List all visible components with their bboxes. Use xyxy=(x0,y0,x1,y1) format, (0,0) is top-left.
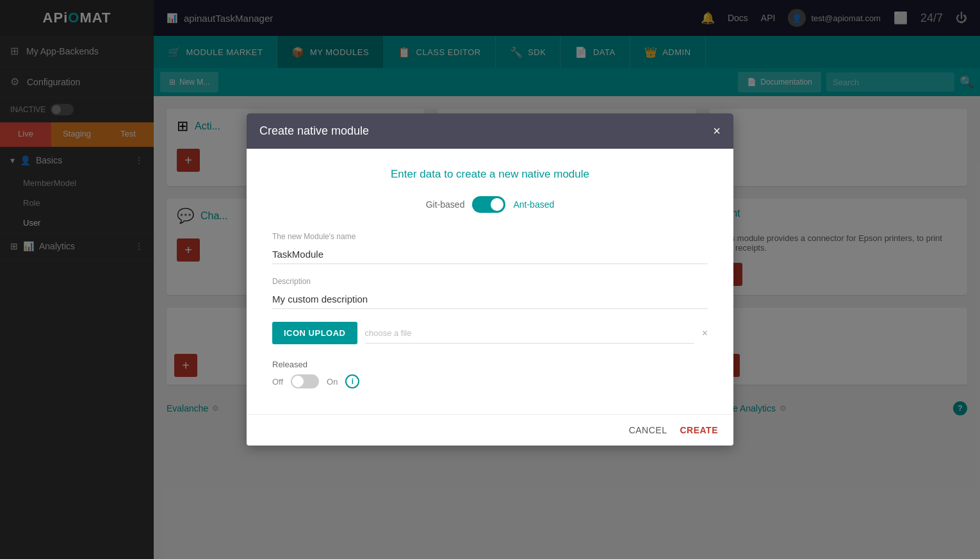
released-toggle-switch[interactable] xyxy=(291,374,319,388)
git-based-label: Git-based xyxy=(426,199,465,210)
modal-subtitle: Enter data to create a new native module xyxy=(272,168,708,181)
modal-overlay: Create native module × Enter data to cre… xyxy=(0,0,980,559)
toggle-knob xyxy=(292,376,304,387)
released-info-icon[interactable]: i xyxy=(345,374,359,388)
modal-title: Create native module xyxy=(259,124,369,138)
on-label: On xyxy=(327,377,338,387)
file-clear-button[interactable]: × xyxy=(702,328,708,339)
ant-based-label: Ant-based xyxy=(513,199,554,210)
modal-close-button[interactable]: × xyxy=(713,124,721,138)
toggle-knob xyxy=(491,198,503,211)
create-button[interactable]: CREATE xyxy=(680,425,718,435)
released-section: Released Off On i xyxy=(272,360,708,388)
released-toggle-row: Off On i xyxy=(272,374,708,388)
modal-footer: CANCEL CREATE xyxy=(247,414,733,446)
modal-body: Enter data to create a new native module… xyxy=(247,149,733,414)
module-name-label: The new Module's name xyxy=(272,232,708,241)
create-native-module-modal: Create native module × Enter data to cre… xyxy=(247,113,733,446)
module-type-toggle: Git-based Ant-based xyxy=(272,196,708,213)
module-name-input[interactable] xyxy=(272,245,708,264)
module-name-field: The new Module's name xyxy=(272,232,708,264)
description-field: Description xyxy=(272,277,708,309)
released-label: Released xyxy=(272,360,708,369)
description-input[interactable] xyxy=(272,290,708,309)
icon-upload-row: ICON UPLOAD choose a file × xyxy=(272,322,708,344)
module-type-switch[interactable] xyxy=(472,196,505,213)
modal-header: Create native module × xyxy=(247,113,733,149)
icon-upload-button[interactable]: ICON UPLOAD xyxy=(272,322,357,344)
cancel-button[interactable]: CANCEL xyxy=(629,425,667,435)
off-label: Off xyxy=(272,377,283,387)
file-input-placeholder: choose a file xyxy=(365,323,694,344)
description-label: Description xyxy=(272,277,708,286)
